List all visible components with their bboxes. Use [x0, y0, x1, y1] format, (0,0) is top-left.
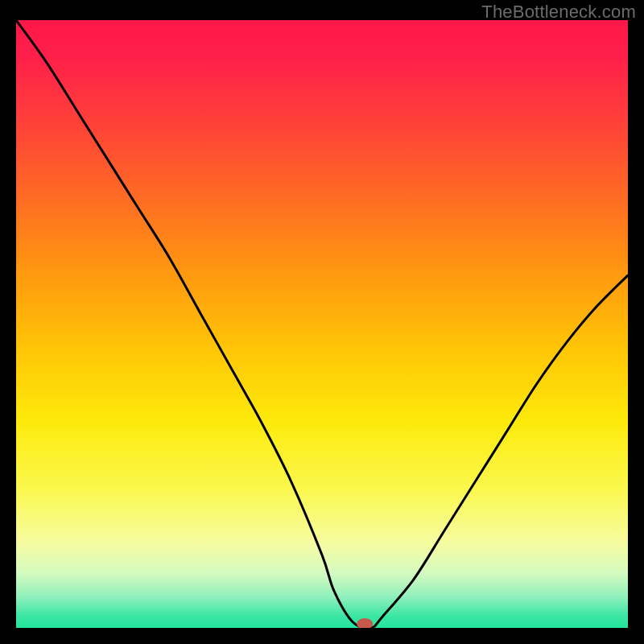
- watermark-label: TheBottleneck.com: [481, 2, 636, 23]
- chart-stage: TheBottleneck.com: [0, 0, 644, 644]
- plot-area: [16, 20, 628, 628]
- curve-svg: [16, 20, 628, 628]
- bottleneck-curve-path: [16, 20, 628, 628]
- optimal-point-marker: [357, 618, 373, 628]
